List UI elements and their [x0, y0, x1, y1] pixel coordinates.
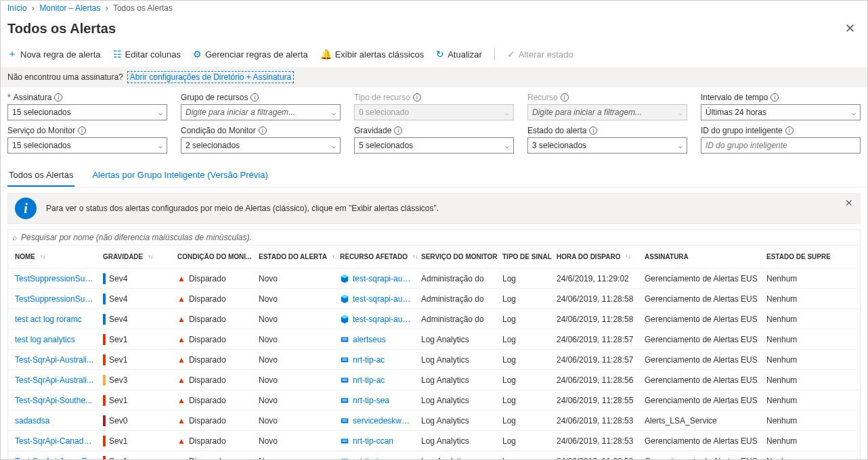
col-severity[interactable]: GRAVIDADE↑↓ — [99, 253, 173, 260]
new-rule-button[interactable]: ＋Nova regra de alerta — [7, 48, 101, 60]
time-text: 24/6/2019, 11:29:02 — [552, 274, 641, 283]
resource-link[interactable]: nrt-tip-jpe — [353, 457, 387, 461]
severity-text: Sev3 — [109, 375, 127, 385]
info-icon[interactable]: i — [54, 93, 62, 101]
severity-text: Sev1 — [109, 335, 127, 344]
table-row[interactable]: test act log roramcSev4▲DisparadoNovotes… — [8, 309, 860, 329]
breadcrumb-home[interactable]: Início — [7, 3, 27, 13]
info-icon[interactable]: i — [259, 127, 267, 135]
edit-columns-button[interactable]: ☷Editar colunas — [113, 49, 181, 60]
change-state-button: ✓Alterar estado — [507, 49, 573, 60]
resource-link[interactable]: nrt-tip-sea — [353, 396, 389, 405]
monitor-service-dropdown[interactable]: 15 selecionados⌵ — [7, 137, 167, 154]
info-icon[interactable]: i — [589, 127, 597, 135]
manage-rules-button[interactable]: ⚙Gerenciar regras de alerta — [193, 49, 308, 60]
suppression-text: Nenhum — [762, 375, 830, 385]
alert-name-link[interactable]: Test-SqrApi-Canada... — [15, 436, 95, 446]
info-icon[interactable]: i — [78, 127, 86, 135]
tab-all-alerts[interactable]: Todos os Alertas — [7, 164, 74, 187]
col-resource[interactable]: RECURSO AFETADO↑↓ — [336, 253, 417, 260]
table-row[interactable]: Test-SqrApi-JapanE...Sev1▲DisparadoNovon… — [8, 451, 860, 460]
resource-link[interactable]: test-sqrapi-aust... — [353, 294, 413, 304]
resource-link[interactable]: test-sqrapi-aust... — [353, 315, 413, 324]
resource-icon — [340, 375, 349, 385]
tab-smart-groups[interactable]: Alertas por Grupo Inteligente (Versão Pr… — [91, 164, 269, 187]
alert-state-dropdown[interactable]: 3 selecionados⌵ — [527, 137, 687, 154]
breadcrumb-monitor[interactable]: Monitor – Alertas — [39, 3, 100, 13]
alert-name-link[interactable]: test log analytics — [15, 335, 75, 344]
monitor-condition-dropdown[interactable]: 2 selecionados⌵ — [181, 137, 341, 154]
columns-icon: ☷ — [113, 49, 122, 60]
svg-rect-7 — [343, 379, 347, 380]
col-state[interactable]: ESTADO DO ALERTA↑↓ — [255, 253, 336, 260]
info-icon[interactable]: i — [394, 127, 402, 135]
toolbar-divider — [494, 48, 495, 60]
alert-name-link[interactable]: TestSuppressionSub... — [15, 274, 95, 283]
table-row[interactable]: Test-SqrApi-Australi...Sev3▲DisparadoNov… — [8, 370, 860, 390]
subscription-dropdown[interactable]: 15 selecionados⌵ — [7, 104, 167, 120]
filters: *Assinaturai 15 selecionados⌵ Grupo de r… — [1, 87, 867, 162]
condition-text: Disparado — [189, 355, 226, 365]
resource-link[interactable]: alertseus — [353, 335, 386, 344]
resource-icon — [340, 355, 349, 365]
signal-text: Log — [498, 335, 552, 344]
severity-bar-icon — [103, 334, 106, 345]
time-text: 24/06/2019, 11:28:57 — [552, 335, 641, 344]
alert-name-link[interactable]: sadasdsa — [15, 416, 49, 426]
table-row[interactable]: sadasdsaSev0▲DisparadoNovoservicedeskwcu… — [8, 411, 860, 431]
svg-rect-17 — [343, 441, 347, 442]
resource-link[interactable]: nrt-tip-ac — [353, 355, 385, 365]
resource-link[interactable]: test-sqrapi-aust... — [353, 274, 413, 283]
search-input[interactable]: ⌕ Pesquisar por nome (não diferencia mai… — [8, 230, 860, 246]
severity-dropdown[interactable]: 5 selecionados⌵ — [354, 137, 514, 154]
suppression-text: Nenhum — [762, 396, 830, 405]
close-button[interactable]: ✕ — [840, 18, 861, 39]
table-row[interactable]: Test-SqrApi-Southe...Sev1▲DisparadoNovon… — [8, 390, 860, 411]
resource-group-dropdown[interactable]: Digite para iniciar a filtragem...⌵ — [181, 104, 341, 120]
resource-icon — [340, 315, 349, 324]
info-icon[interactable]: i — [251, 93, 259, 101]
col-signal[interactable]: TIPO DE SINAL — [498, 253, 552, 260]
resource-link[interactable]: servicedeskwcus — [353, 416, 413, 426]
monitor-text: Administração do — [417, 315, 498, 324]
banner-close-button[interactable]: ✕ — [845, 198, 853, 208]
alert-name-link[interactable]: Test-SqrApi-JapanE... — [15, 457, 94, 461]
alert-name-link[interactable]: Test-SqrApi-Australi... — [15, 375, 93, 385]
condition-text: Disparado — [189, 274, 226, 283]
col-name[interactable]: NOME↑↓ — [11, 253, 99, 260]
col-condition[interactable]: CONDIÇÃO DO MONI...↑↓ — [173, 253, 255, 260]
resource-icon — [340, 335, 349, 344]
col-suppression[interactable]: ESTADO DE SUPRESSÃO — [762, 253, 830, 260]
resource-link[interactable]: nrt-tip-ac — [353, 375, 385, 385]
alert-name-link[interactable]: Test-SqrApi-Australi... — [15, 355, 93, 365]
signal-text: Log — [498, 375, 552, 385]
resource-icon — [340, 457, 349, 461]
alert-name-link[interactable]: Test-SqrApi-Southe... — [15, 396, 92, 405]
warning-icon: ▲ — [177, 294, 186, 304]
info-icon[interactable]: i — [785, 127, 794, 135]
smart-group-input[interactable] — [701, 137, 861, 154]
col-subscription[interactable]: ASSINATURA — [641, 253, 762, 260]
svg-rect-10 — [343, 399, 347, 400]
subscription-text: Gerenciamento de Alertas EUS — [641, 355, 762, 365]
table-row[interactable]: TestSuppressionSub...Sev4▲DisparadoNovot… — [8, 289, 860, 309]
severity-bar-icon — [103, 456, 106, 461]
alert-name-link[interactable]: test act log roramc — [15, 315, 82, 324]
refresh-button[interactable]: ↻Atualizar — [436, 49, 482, 60]
warning-icon: ▲ — [177, 335, 186, 344]
table-row[interactable]: Test-SqrApi-Canada...Sev1▲DisparadoNovon… — [8, 431, 860, 451]
svg-rect-8 — [343, 380, 347, 381]
table-row[interactable]: Test-SqrApi-Australi...Sev1▲DisparadoNov… — [8, 350, 860, 370]
info-icon[interactable]: i — [771, 93, 779, 101]
col-monitor[interactable]: SERVIÇO DO MONITOR — [417, 253, 498, 260]
signal-text: Log — [498, 274, 552, 283]
table-row[interactable]: test log analyticsSev1▲DisparadoNovoaler… — [8, 329, 860, 350]
table-row[interactable]: TestSuppressionSub...Sev4▲DisparadoNovot… — [8, 269, 860, 289]
table-header: NOME↑↓ GRAVIDADE↑↓ CONDIÇÃO DO MONI...↑↓… — [8, 246, 860, 269]
open-directory-link[interactable]: Abrir configurações de Diretório + Assin… — [127, 71, 294, 83]
resource-link[interactable]: nrt-tip-ccan — [353, 436, 393, 446]
time-range-dropdown[interactable]: Últimas 24 horas⌵ — [701, 104, 861, 120]
alert-name-link[interactable]: TestSuppressionSub... — [15, 294, 95, 304]
col-time[interactable]: HORA DO DISPARO↑↓ — [552, 253, 641, 260]
classic-alerts-button[interactable]: 🔔Exibir alertas clássicos — [320, 49, 425, 60]
